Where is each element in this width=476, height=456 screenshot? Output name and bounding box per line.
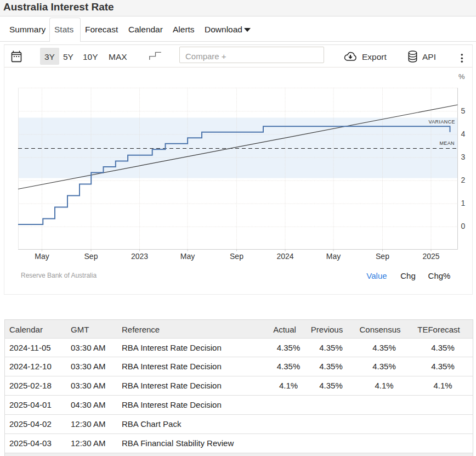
svg-text:Sep: Sep — [376, 252, 389, 261]
svg-text:May: May — [180, 252, 195, 261]
svg-text:MEAN: MEAN — [439, 140, 455, 146]
svg-text:Sep: Sep — [84, 252, 98, 261]
svg-text:2023: 2023 — [131, 252, 148, 261]
svg-text:4: 4 — [461, 130, 466, 138]
svg-text:VARIANCE: VARIANCE — [428, 119, 455, 125]
svg-text:0: 0 — [461, 222, 466, 230]
svg-text:2025: 2025 — [422, 252, 439, 261]
svg-text:5: 5 — [461, 106, 466, 115]
svg-text:2024: 2024 — [276, 252, 293, 261]
svg-text:2: 2 — [461, 176, 466, 184]
svg-text:May: May — [35, 252, 49, 261]
svg-text:%: % — [458, 72, 465, 81]
svg-text:Sep: Sep — [230, 252, 243, 261]
svg-text:3: 3 — [461, 153, 466, 161]
svg-text:May: May — [326, 252, 341, 261]
svg-text:1: 1 — [461, 199, 466, 207]
